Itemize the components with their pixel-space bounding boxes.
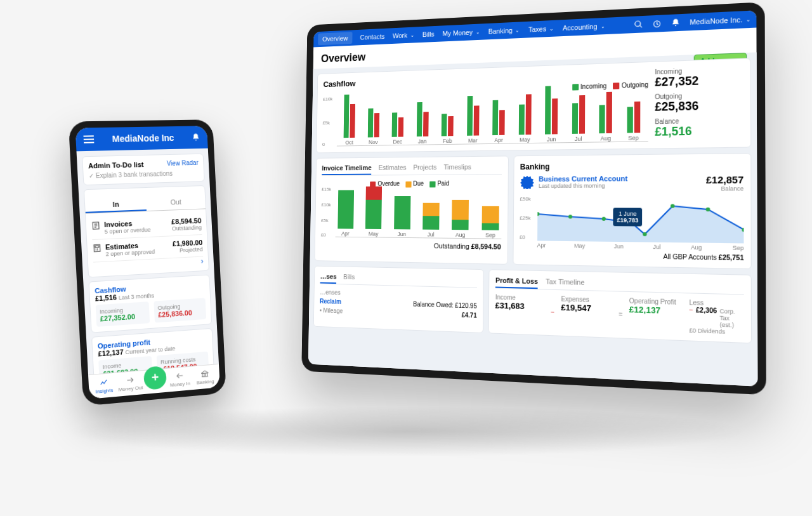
stat-balance: £1,516 bbox=[655, 124, 743, 139]
svg-rect-11 bbox=[95, 246, 99, 248]
money-out-icon bbox=[126, 375, 135, 385]
cashflow-summary-card[interactable]: Cashflow £1,516 Last 3 months Incoming£2… bbox=[88, 275, 212, 333]
banking-sparkline: 1 June £19,783 bbox=[537, 196, 744, 243]
nav-banking-mobile[interactable]: Banking bbox=[193, 368, 218, 386]
nav-moneyin[interactable]: Money In bbox=[167, 371, 192, 388]
tab-timeslips[interactable]: Timeslips bbox=[443, 163, 471, 175]
view-radar-link[interactable]: View Radar bbox=[167, 159, 199, 168]
invoice-outstanding: Outstanding £8,594.50 bbox=[321, 241, 501, 251]
nav-bills[interactable]: Bills bbox=[422, 30, 435, 38]
chart-tooltip: 1 June £19,783 bbox=[613, 208, 642, 227]
banking-card: Banking Business Current Account Last up… bbox=[513, 153, 752, 269]
todo-card: Admin To-Do list View Radar ✓ Explain 3 … bbox=[82, 154, 205, 185]
cashflow-card: Cashflow Incoming Outgoing £10k £5k 0 Oc… bbox=[316, 58, 751, 154]
tab-bills[interactable]: Bills bbox=[343, 274, 355, 285]
expenses-card: …ses Bills …enses Reclaim Balance Owed: … bbox=[313, 266, 484, 333]
bank-footer: All GBP Accounts £25,751 bbox=[520, 251, 744, 262]
nav-moneyout[interactable]: Money Out bbox=[117, 374, 143, 392]
phone-title: MediaNode Inc bbox=[100, 133, 186, 145]
bank-balance: £12,857 bbox=[706, 174, 743, 185]
nav-taxes[interactable]: Taxes⌄ bbox=[528, 25, 554, 34]
tab-expenses[interactable]: …ses bbox=[320, 273, 337, 284]
tab-estimates[interactable]: Estimates bbox=[378, 164, 406, 175]
search-icon[interactable] bbox=[634, 20, 643, 29]
tab-out[interactable]: Out bbox=[146, 195, 206, 211]
phone-screen: MediaNode Inc Admin To-Do list View Rada… bbox=[75, 126, 220, 399]
nav-overview[interactable]: Overview bbox=[318, 32, 352, 45]
nav-mymoney[interactable]: My Money⌄ bbox=[442, 28, 480, 37]
ytick: 0 bbox=[322, 142, 325, 148]
bank-account-link[interactable]: Business Current Account bbox=[539, 175, 627, 183]
invoice-tabs: Invoice Timelime Estimates Projects Time… bbox=[322, 163, 501, 176]
nav-contacts[interactable]: Contacts bbox=[360, 32, 385, 41]
svg-point-6 bbox=[671, 204, 675, 208]
tablet-screen: Overview Contacts Work⌄ Bills My Money⌄ … bbox=[308, 10, 757, 386]
svg-point-2 bbox=[568, 215, 572, 219]
bank-badge-icon bbox=[520, 175, 534, 189]
cashflow-stats: Incoming £27,352 Outgoing £25,836 Balanc… bbox=[655, 65, 743, 142]
company-menu[interactable]: MediaNode Inc.⌄ bbox=[690, 15, 750, 26]
invoice-card: Invoice Timelime Estimates Projects Time… bbox=[315, 156, 509, 265]
banking-icon bbox=[200, 369, 209, 378]
svg-point-3 bbox=[601, 217, 605, 221]
menu-icon[interactable] bbox=[83, 135, 94, 143]
ytick: £5k bbox=[323, 121, 330, 126]
tab-tax-timeline[interactable]: Tax Timeline bbox=[546, 278, 585, 291]
nav-insights[interactable]: Insights bbox=[91, 377, 117, 395]
phone-device: MediaNode Inc Admin To-Do list View Rada… bbox=[69, 119, 226, 406]
cashflow-chart: OctNovDecJanFebMarAprMayJunJulAugSep bbox=[337, 89, 648, 146]
timer-icon[interactable] bbox=[652, 19, 662, 29]
tab-in[interactable]: In bbox=[85, 197, 147, 213]
dashboard-body: Add new⌄ Cashflow Incoming Outgoing £10k… bbox=[308, 52, 757, 386]
in-out-card: In Out Invoices5 open or overdue £8,594.… bbox=[84, 185, 209, 278]
nav-work[interactable]: Work⌄ bbox=[393, 31, 414, 39]
tablet-device: Overview Contacts Work⌄ Bills My Money⌄ … bbox=[301, 2, 766, 395]
tab-projects[interactable]: Projects bbox=[413, 164, 436, 175]
reclaim-link[interactable]: Reclaim bbox=[320, 298, 341, 306]
invoice-chart: AprMayJunJulAugSep bbox=[336, 189, 502, 239]
insights-icon bbox=[99, 378, 108, 387]
tab-invoice-timeline[interactable]: Invoice Timelime bbox=[322, 164, 371, 176]
phone-header: MediaNode Inc bbox=[75, 126, 208, 151]
nav-accounting[interactable]: Accounting⌄ bbox=[563, 22, 605, 32]
svg-point-7 bbox=[705, 208, 710, 211]
tab-pl[interactable]: Profit & Loss bbox=[495, 277, 538, 289]
estimate-icon bbox=[93, 244, 102, 253]
stat-incoming: £27,352 bbox=[655, 73, 743, 89]
profit-loss-card: Profit & Loss Tax Timeline Income£31,683… bbox=[488, 270, 752, 344]
invoice-icon bbox=[91, 221, 101, 230]
bell-icon[interactable] bbox=[192, 133, 200, 142]
money-in-icon bbox=[175, 371, 184, 381]
banking-title: Banking bbox=[520, 161, 743, 171]
stat-outgoing: £25,836 bbox=[655, 98, 743, 114]
ytick: £10k bbox=[323, 96, 332, 102]
bell-icon[interactable] bbox=[671, 18, 681, 27]
nav-banking[interactable]: Banking⌄ bbox=[488, 26, 520, 35]
